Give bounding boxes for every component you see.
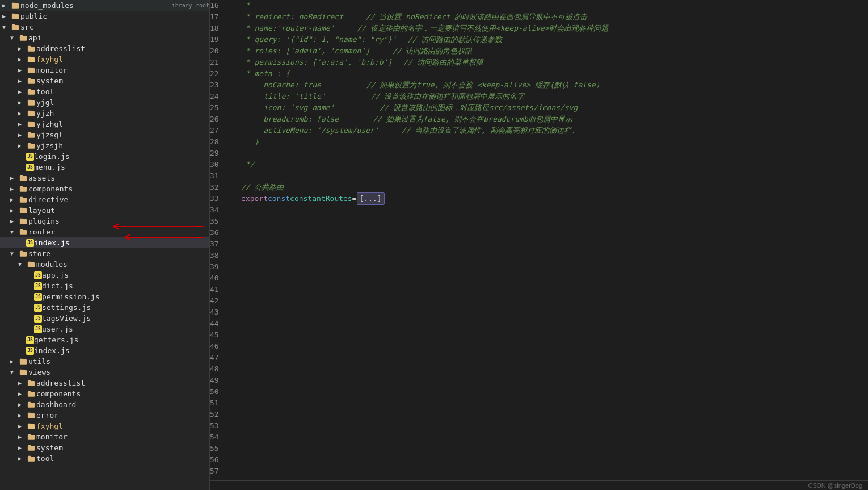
code-line-45 [241,329,868,341]
folder-arrow [2,13,10,19]
sidebar-item-views_tool[interactable]: tool [0,453,209,464]
sidebar-label: tool [36,454,209,463]
sidebar-item-tagsView_js[interactable]: JStagsView.js [0,313,209,324]
sidebar-item-router_index_js[interactable]: JSindex.js [0,237,209,248]
sidebar-item-yjzhgl[interactable]: yjzhgl [0,119,209,129]
sidebar-label: plugins [28,217,209,225]
folder-arrow [18,67,26,73]
sidebar-item-utils[interactable]: utils [0,356,209,367]
sidebar-label: api [28,33,209,42]
sidebar-item-views_monitor[interactable]: monitor [0,432,209,442]
file-explorer[interactable]: node_moduleslibrary rootpublicsrcapiaddr… [0,0,210,490]
folder-arrow [10,175,18,181]
folder-icon [18,368,28,376]
folder-icon [18,207,28,215]
sidebar-label: tool [36,87,209,96]
sidebar-item-layout[interactable]: layout [0,205,209,216]
folder-arrow [18,455,26,462]
sidebar-item-modules[interactable]: modules [0,259,209,270]
folder-arrow [10,369,18,375]
line-number: 18 [210,23,231,34]
sidebar-item-monitor[interactable]: monitor [0,65,209,76]
code-line-40 [241,273,868,284]
sidebar-item-fxyhgl[interactable]: fxyhgl [0,54,209,65]
code-line-58 [241,477,868,480]
sidebar-label: monitor [36,433,209,441]
code-line-46 [241,341,868,352]
sidebar-item-addresslist[interactable]: addresslist [0,43,209,54]
sidebar-label: monitor [36,66,209,74]
sidebar-item-router[interactable]: router [0,227,209,237]
code-line-21: * permissions: ['a:a:a', 'b:b:b']// 访问路由… [241,57,868,68]
js-file-icon: JS [34,282,42,290]
sidebar-item-yjgl[interactable]: yjgl [0,97,209,108]
line-number: 38 [210,250,231,261]
folder-arrow [18,121,26,127]
sidebar-item-settings_js[interactable]: JSsettings.js [0,302,209,313]
code-line-37 [241,238,868,250]
code-line-52 [241,409,868,420]
editor-inner[interactable]: 1617181920212223242526272829303132333435… [210,0,868,480]
sidebar-item-views_system[interactable]: system [0,442,209,453]
folder-icon [26,412,36,420]
code-line-51 [241,397,868,409]
code-line-27: activeMenu: '/system/user'// 当路由设置了该属性, … [241,125,868,136]
code-line-55 [241,443,868,454]
sidebar-label: layout [28,206,209,215]
folder-arrow [10,186,18,192]
sidebar-item-plugins[interactable]: plugins [0,216,209,227]
sidebar-item-public[interactable]: public [0,11,209,22]
sidebar-label: addresslist [36,379,209,387]
code-line-49 [241,375,868,386]
sidebar-item-menu_js[interactable]: JSmenu.js [0,162,209,173]
line-number: 35 [210,216,231,227]
sidebar-item-views[interactable]: views [0,367,209,378]
code-line-36 [241,227,868,238]
line-number: 57 [210,466,231,477]
line-number: 34 [210,204,231,216]
sidebar-item-system[interactable]: system [0,76,209,86]
folder-arrow [18,423,26,429]
sidebar-item-api[interactable]: api [0,32,209,43]
line-number: 27 [210,125,231,136]
line-number: 53 [210,420,231,432]
sidebar-item-yjzsgl[interactable]: yjzsgl [0,129,209,140]
code-line-18: * name:'router-name'// 设定路由的名字，一定要填写不然使用… [241,23,868,34]
folder-icon [18,358,28,366]
sidebar-item-views_error[interactable]: error [0,410,209,421]
sidebar-item-views_dashboard[interactable]: dashboard [0,399,209,410]
line-number: 40 [210,273,231,284]
sidebar-item-directive[interactable]: directive [0,194,209,205]
sidebar-item-views_fxyhgl[interactable]: fxyhgl [0,421,209,432]
line-number: 24 [210,91,231,102]
sidebar-item-app_js[interactable]: JSapp.js [0,270,209,280]
folder-arrow [18,78,26,84]
sidebar-item-tool[interactable]: tool [0,86,209,97]
sidebar-item-views_components[interactable]: components [0,388,209,399]
sidebar-item-yjzsjh[interactable]: yjzsjh [0,140,209,151]
sidebar-label: modules [36,260,209,269]
folder-icon [26,422,36,430]
sidebar-item-assets[interactable]: assets [0,173,209,183]
sidebar-item-login_js[interactable]: JSlogin.js [0,151,209,162]
sidebar-item-src[interactable]: src [0,22,209,32]
line-number: 33 [210,193,231,204]
sidebar-item-index_js[interactable]: JSindex.js [0,345,209,356]
sidebar-item-permission_js[interactable]: JSpermission.js [0,291,209,302]
sidebar-item-dict_js[interactable]: JSdict.js [0,280,209,291]
sidebar-item-store[interactable]: store [0,248,209,259]
folder-icon [18,217,28,225]
line-number: 21 [210,57,231,68]
sidebar-item-user_js[interactable]: JSuser.js [0,324,209,334]
sidebar-item-node_modules[interactable]: node_moduleslibrary root [0,0,209,11]
line-number: 36 [210,227,231,238]
sidebar-label: index.js [34,346,209,355]
folder-arrow [18,45,26,52]
folder-icon [26,390,36,398]
sidebar-item-getters_js[interactable]: JSgetters.js [0,334,209,345]
sidebar-label: yjgl [36,98,209,107]
line-number: 44 [210,318,231,329]
sidebar-item-views_addresslist[interactable]: addresslist [0,378,209,388]
sidebar-item-components[interactable]: components [0,183,209,194]
sidebar-item-yjzh[interactable]: yjzh [0,108,209,119]
